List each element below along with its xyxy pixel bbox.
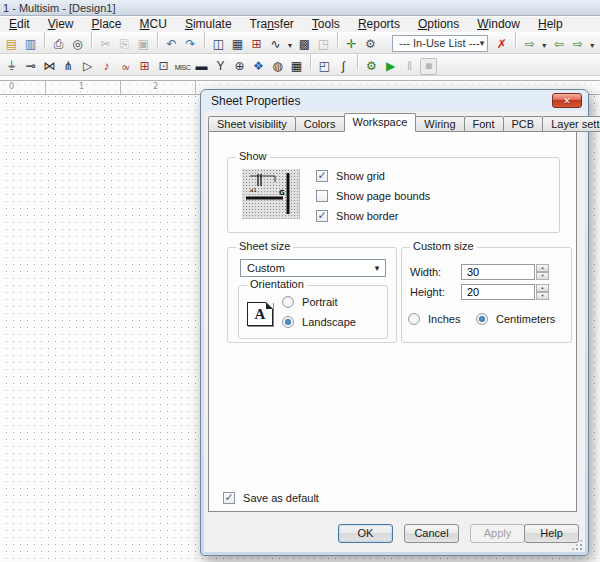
show-border-checkbox[interactable]: ✓	[316, 210, 328, 222]
menu-window[interactable]: Window	[468, 17, 529, 32]
rf-icon[interactable]: Y	[212, 58, 229, 75]
back-annotate-icon[interactable]: ⇦	[550, 36, 567, 53]
spinner-down-icon: ▼	[536, 272, 549, 280]
show-grid-checkbox[interactable]: ✓	[316, 170, 328, 182]
menu-transfer[interactable]: Transfer	[241, 17, 303, 32]
electromechanical-icon[interactable]: ⊕	[231, 58, 248, 75]
transfer-dropdown-arrow[interactable]: ▾	[588, 37, 596, 54]
sheet-size-select[interactable]: Custom ▾	[240, 259, 386, 277]
bus-icon[interactable]: ∫	[335, 58, 352, 75]
dialog-titlebar[interactable]: Sheet Properties	[201, 90, 588, 112]
close-button[interactable]: ✕	[552, 93, 582, 108]
ok-button[interactable]: OK	[338, 524, 393, 543]
centimeters-radio[interactable]	[476, 313, 488, 325]
print-icon[interactable]: ⎙	[50, 36, 67, 53]
transistor-icon[interactable]: ⋔	[60, 58, 77, 75]
show-page-bounds-checkbox[interactable]	[316, 190, 328, 202]
save-as-default-checkbox[interactable]: ✓	[223, 492, 235, 504]
grid-preview-image: G a1	[242, 169, 300, 219]
ttl-icon[interactable]: ♪	[98, 58, 115, 75]
forward-annotate-icon[interactable]: ⇨	[521, 36, 538, 53]
tab-pcb[interactable]: PCB	[503, 116, 544, 132]
width-input[interactable]	[461, 264, 535, 280]
height-input[interactable]	[461, 284, 535, 300]
source-component-icon[interactable]: ⏚	[3, 58, 20, 75]
ni-component-icon[interactable]: ❖	[250, 58, 267, 75]
window-titlebar[interactable]: 1 - Multisim - [Design1]	[0, 0, 600, 16]
misc-component-icon[interactable]: MISC	[174, 59, 191, 76]
run-icon[interactable]: ▶	[382, 58, 399, 75]
erc-icon[interactable]: ✗	[493, 36, 510, 53]
mixed-icon[interactable]: ⊡	[155, 58, 172, 75]
open-icon[interactable]: ▤	[3, 36, 20, 53]
postprocessor-icon[interactable]: ▩	[296, 36, 313, 53]
menu-mcu[interactable]: MCU	[131, 17, 176, 32]
standard-toolbar: ▤▥⎙◎✂⎘▣↶↷◫▦⊞∿▾▩◳✛⚙ --- In-Use List --- ▾…	[0, 32, 600, 54]
landscape-radio[interactable]	[282, 316, 294, 328]
run-settings-icon[interactable]: ⚙	[363, 58, 380, 75]
show-page-bounds-label: Show page bounds	[336, 190, 430, 202]
forward-annotate-dropdown-arrow[interactable]: ▾	[540, 37, 548, 54]
mcu-module-icon[interactable]: ▦	[288, 58, 305, 75]
redo-icon[interactable]: ↷	[182, 36, 199, 53]
menu-edit[interactable]: Edit	[0, 17, 39, 32]
save-icon[interactable]: ▥	[22, 36, 39, 53]
in-use-list-combobox[interactable]: --- In-Use List --- ▾	[392, 35, 488, 52]
sheet-size-groupbox: Sheet size Custom ▾ Orientation A Portra…	[227, 247, 397, 343]
menu-reports[interactable]: Reports	[349, 17, 409, 32]
cmos-icon[interactable]: 0v	[117, 59, 134, 76]
dialog-title: Sheet Properties	[211, 94, 300, 108]
undo-icon[interactable]: ↶	[163, 36, 180, 53]
copy-icon[interactable]: ⎘	[116, 36, 133, 53]
width-spinner[interactable]: ▲ ▼	[536, 264, 549, 280]
menu-options[interactable]: Options	[409, 17, 468, 32]
transfer-data-icon[interactable]: ⇨	[569, 36, 586, 53]
tab-wiring[interactable]: Wiring	[415, 116, 464, 132]
hierarchy-icon[interactable]: ◰	[316, 58, 333, 75]
cut-icon[interactable]: ✂	[97, 36, 114, 53]
grapher-icon[interactable]: ∿	[267, 36, 284, 53]
menu-tools[interactable]: Tools	[303, 17, 349, 32]
component-wizard-icon[interactable]: ✛	[343, 36, 360, 53]
database-icon[interactable]: ⊞	[248, 36, 265, 53]
basic-component-icon[interactable]: ⊸	[22, 58, 39, 75]
tab-colors[interactable]: Colors	[295, 116, 345, 132]
menu-place[interactable]: Place	[83, 17, 131, 32]
height-label: Height:	[410, 286, 445, 298]
spreadsheet-view-icon[interactable]: ▦	[229, 36, 246, 53]
in-use-list-value: --- In-Use List ---	[399, 37, 480, 49]
ruler-number: 2	[153, 82, 158, 91]
menu-simulate[interactable]: Simulate	[176, 17, 241, 32]
grapher-dropdown-arrow[interactable]: ▾	[286, 37, 294, 54]
portrait-radio[interactable]	[282, 296, 294, 308]
symbol-editor-icon[interactable]: ◳	[315, 36, 332, 53]
pause-icon[interactable]: ‖	[401, 58, 418, 75]
help-button[interactable]: Help	[524, 524, 579, 543]
apply-button: Apply	[470, 524, 525, 543]
inches-radio[interactable]	[408, 313, 420, 325]
design-toolbox-icon[interactable]: ◫	[210, 36, 227, 53]
resize-grip[interactable]	[573, 541, 582, 550]
spinner-up-icon: ▲	[536, 264, 549, 272]
misc-digital-icon[interactable]: ⊞	[136, 58, 153, 75]
connector-icon[interactable]: ◍	[269, 58, 286, 75]
stop-icon[interactable]: ■	[420, 58, 437, 75]
paste-icon[interactable]: ▣	[135, 36, 152, 53]
show-border-label: Show border	[336, 210, 398, 222]
tab-sheet-visibility[interactable]: Sheet visibility	[208, 116, 296, 132]
print-preview-icon[interactable]: ◎	[69, 36, 86, 53]
custom-size-group-label: Custom size	[410, 240, 477, 252]
tab-layer-settings[interactable]: Layer settings	[542, 116, 600, 132]
indicator-icon[interactable]: ▬	[193, 58, 210, 75]
tab-font[interactable]: Font	[464, 116, 504, 132]
analog-icon[interactable]: ▷	[79, 58, 96, 75]
cancel-button[interactable]: Cancel	[404, 524, 459, 543]
tab-workspace[interactable]: Workspace	[344, 113, 417, 132]
database-manager-icon[interactable]: ⚙	[362, 36, 379, 53]
menu-view[interactable]: View	[39, 17, 83, 32]
diode-icon[interactable]: ⋈	[41, 58, 58, 75]
height-spinner[interactable]: ▲ ▼	[536, 284, 549, 300]
sheet-size-group-label: Sheet size	[236, 240, 293, 252]
menu-help[interactable]: Help	[529, 17, 572, 32]
dialog-tabs: Sheet visibilityColorsWorkspaceWiringFon…	[208, 113, 600, 129]
